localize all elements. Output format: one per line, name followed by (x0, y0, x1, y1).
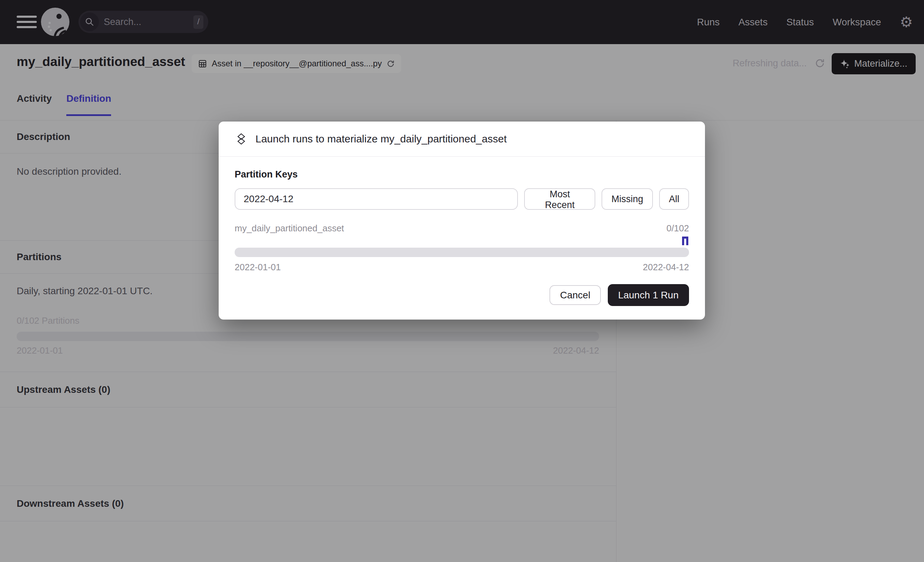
asset-layers-icon (235, 132, 248, 146)
selected-range-marker (682, 236, 688, 245)
dialog-range-start: 2022-01-01 (235, 262, 281, 273)
partition-keys-input[interactable] (235, 188, 518, 210)
missing-button[interactable]: Missing (602, 188, 653, 210)
dialog-range-end: 2022-04-12 (643, 262, 689, 273)
dialog-partition-count: 0/102 (666, 223, 689, 234)
dialog-asset-name: my_daily_partitioned_asset (235, 223, 344, 234)
most-recent-button[interactable]: Most Recent (524, 188, 596, 210)
dialog-title: Launch runs to materialize my_daily_part… (255, 133, 507, 145)
launch-runs-dialog: Launch runs to materialize my_daily_part… (219, 122, 705, 320)
dagster-asset-page: / Runs Assets Status Workspace ⚙ my_dail… (0, 0, 924, 562)
partition-keys-label: Partition Keys (235, 169, 689, 180)
launch-run-button[interactable]: Launch 1 Run (608, 284, 689, 306)
all-button[interactable]: All (659, 188, 689, 210)
cancel-button[interactable]: Cancel (549, 285, 600, 305)
dialog-partition-health-bar[interactable] (235, 248, 689, 257)
